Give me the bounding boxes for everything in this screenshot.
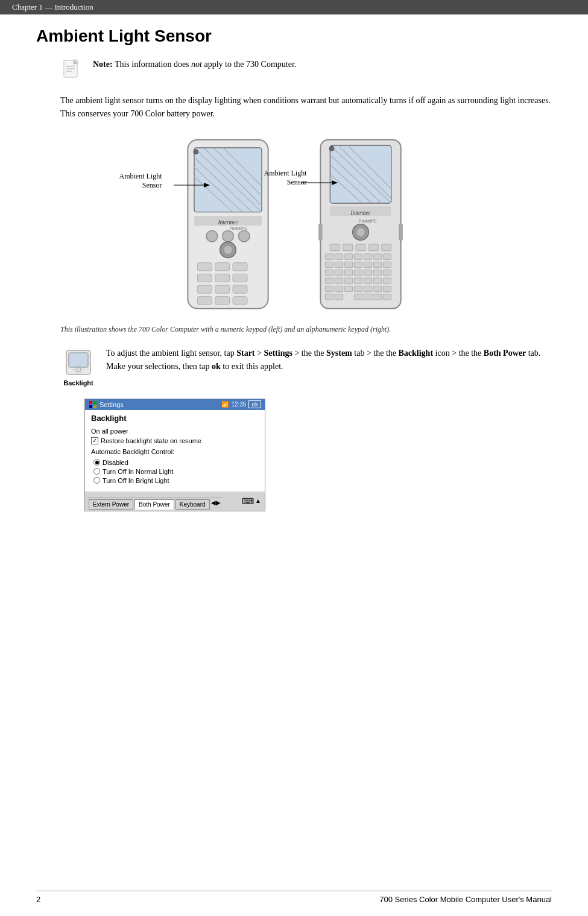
svg-rect-56 [356, 244, 365, 251]
left-device-wrapper: Ambient LightSensor [180, 136, 276, 315]
svg-rect-59 [325, 254, 333, 259]
instruction-tab: tab > the [352, 349, 386, 358]
svg-rect-72 [383, 262, 391, 267]
screenshot-on-all-power: On all power [91, 428, 259, 435]
svg-rect-112 [93, 401, 96, 404]
svg-rect-61 [344, 254, 352, 259]
time-display: 12:35 [231, 401, 246, 408]
note-box: Note: This information does not apply to… [60, 58, 552, 83]
screenshot-radio-label-1: Turn Off In Normal Light [103, 468, 173, 475]
svg-point-99 [329, 146, 334, 151]
note-prefix: Note: [93, 60, 113, 69]
svg-point-19 [206, 230, 218, 242]
left-device-svg: Intermec [180, 136, 276, 312]
screenshot-tab-both[interactable]: Both Power [134, 499, 174, 510]
instruction-row: Backlight To adjust the ambient light se… [60, 347, 552, 387]
svg-rect-74 [335, 270, 343, 275]
device-caption: This illustration shows the 700 Color Co… [60, 324, 552, 335]
svg-marker-7 [204, 183, 210, 188]
body-paragraph: The ambient light sensor turns on the di… [60, 94, 552, 121]
svg-rect-76 [354, 270, 362, 275]
svg-rect-96 [354, 294, 381, 299]
screenshot-mockup: Settings 📶 12:35 ok Backlight On all pow… [84, 399, 265, 511]
screenshot-tab-keyboard[interactable]: Keyboard [175, 499, 210, 510]
screenshot-radio-row-0: Disabled [93, 459, 259, 466]
screenshot-radio-bright[interactable] [93, 477, 100, 484]
svg-rect-90 [354, 286, 362, 291]
svg-rect-34 [215, 296, 229, 304]
svg-rect-64 [373, 254, 381, 259]
right-ambient-label: Ambient LightSensor [264, 169, 307, 188]
screenshot-checkbox-label: Restore backlight state on resume [101, 437, 201, 444]
svg-rect-85 [373, 278, 381, 283]
left-arrow-svg [174, 179, 210, 191]
scroll-right-arrow[interactable]: ▶ [216, 499, 221, 510]
instruction-start: Start [236, 349, 254, 358]
svg-text:PocketPC: PocketPC [229, 226, 247, 230]
svg-marker-39 [332, 180, 338, 185]
svg-point-102 [76, 367, 81, 372]
right-device-svg: Intermec [312, 136, 409, 312]
svg-rect-82 [344, 278, 352, 283]
svg-rect-28 [215, 274, 229, 282]
left-ambient-label: Ambient LightSensor [119, 172, 162, 191]
svg-rect-29 [232, 274, 247, 282]
svg-text:Intermec: Intermec [217, 219, 238, 225]
screenshot-titlebar-right: 📶 12:35 ok [221, 400, 261, 408]
instruction-gt1: > [255, 349, 264, 358]
instruction-system: System [326, 349, 352, 358]
svg-rect-89 [344, 286, 352, 291]
svg-rect-75 [344, 270, 352, 275]
svg-rect-51 [399, 224, 402, 240]
svg-rect-31 [215, 285, 229, 293]
svg-rect-67 [335, 262, 343, 267]
backlight-icon-label: Backlight [63, 379, 93, 387]
svg-rect-57 [368, 244, 378, 251]
page-content: Ambient Light Sensor Note: This informat… [0, 14, 588, 566]
screenshot-tab-extern[interactable]: Extern Power [89, 499, 133, 510]
svg-rect-24 [197, 262, 212, 270]
right-device-wrapper: Ambient LightSensor Intermec [312, 136, 409, 315]
instruction-backlight: Backlight [399, 349, 434, 358]
svg-rect-70 [364, 262, 371, 267]
keyboard-icon[interactable]: ⌨ [242, 496, 254, 506]
svg-rect-93 [383, 286, 391, 291]
svg-rect-78 [373, 270, 381, 275]
svg-rect-69 [354, 262, 362, 267]
screenshot-heading: Backlight [91, 414, 259, 423]
svg-rect-113 [89, 405, 92, 408]
svg-rect-73 [325, 270, 333, 275]
screenshot-radio-normal[interactable] [93, 468, 100, 475]
svg-rect-33 [197, 296, 212, 304]
device-illustration: Ambient LightSensor [36, 136, 552, 315]
svg-rect-60 [335, 254, 343, 259]
note-icon [60, 59, 84, 83]
svg-rect-111 [89, 401, 92, 404]
chapter-header-bar: Chapter 1 — Introduction [0, 0, 588, 14]
scroll-up-icon[interactable]: ▲ [255, 497, 261, 504]
backlight-icon-box: Backlight [60, 347, 96, 387]
screenshot-radio-disabled[interactable] [93, 459, 100, 466]
scroll-left-arrow[interactable]: ◀ [211, 499, 216, 510]
svg-rect-94 [325, 294, 333, 299]
svg-point-21 [238, 230, 250, 242]
svg-rect-114 [93, 405, 96, 408]
svg-point-37 [193, 149, 198, 154]
page-footer: 2 700 Series Color Mobile Computer User'… [36, 891, 552, 904]
svg-rect-83 [354, 278, 362, 283]
instruction-text: To adjust the ambient light sensor, tap … [106, 347, 552, 374]
svg-point-53 [356, 228, 364, 236]
screenshot-tabs: Extern Power Both Power Keyboard ◀ ▶ [87, 497, 222, 510]
screenshot-checkbox[interactable]: ✓ [91, 437, 98, 444]
footer-manual-title: 700 Series Color Mobile Computer User's … [379, 895, 552, 904]
svg-rect-95 [335, 294, 343, 299]
svg-rect-32 [232, 285, 247, 293]
svg-rect-63 [364, 254, 371, 259]
svg-rect-55 [343, 244, 352, 251]
svg-rect-77 [364, 270, 371, 275]
signal-icon: 📶 [221, 401, 229, 408]
screenshot-body: Backlight On all power ✓ Restore backlig… [85, 410, 265, 491]
screenshot-ok-button[interactable]: ok [248, 400, 261, 408]
screenshot-app-name: Settings [100, 401, 124, 408]
svg-rect-26 [232, 262, 247, 270]
